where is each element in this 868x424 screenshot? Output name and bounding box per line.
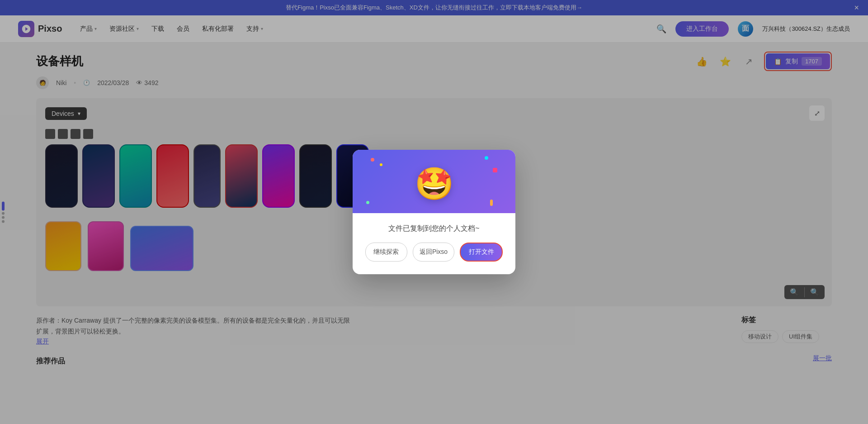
confetti-dot: [490, 200, 493, 206]
confetti-dot: [371, 158, 374, 162]
confetti-dot: [366, 201, 369, 204]
open-file-button[interactable]: 打开文件: [460, 243, 503, 262]
modal-message: 文件已复制到您的个人文档~: [388, 224, 479, 233]
confetti-dot: [485, 156, 488, 160]
continue-explore-button[interactable]: 继续探索: [365, 243, 407, 262]
copy-success-modal: 🤩 文件已复制到您的个人文档~ 继续探索 返回Pixso 打开文件: [353, 150, 515, 274]
success-emoji: 🤩: [415, 168, 454, 200]
modal-header: 🤩: [353, 150, 515, 213]
modal-body: 文件已复制到您的个人文档~ 继续探索 返回Pixso 打开文件: [353, 213, 515, 274]
modal-overlay: 🤩 文件已复制到您的个人文档~ 继续探索 返回Pixso 打开文件: [0, 0, 868, 384]
confetti-dot: [493, 168, 497, 172]
confetti-dot: [380, 163, 382, 166]
return-pixso-button[interactable]: 返回Pixso: [413, 243, 455, 262]
modal-buttons: 继续探索 返回Pixso 打开文件: [365, 243, 503, 262]
